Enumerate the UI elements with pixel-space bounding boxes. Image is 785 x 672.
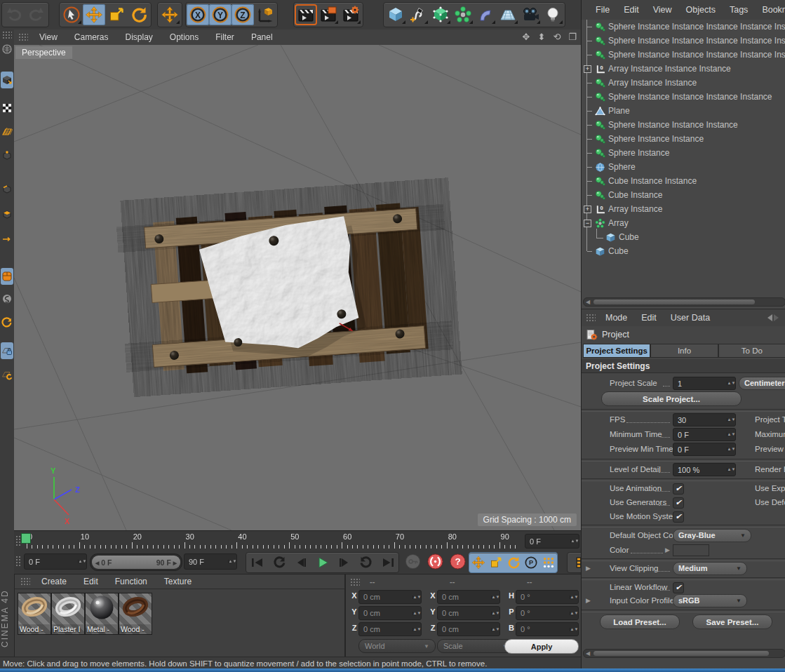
object-menu-objects[interactable]: Objects <box>679 5 723 15</box>
array-generator-icon[interactable] <box>452 4 474 25</box>
use-animation-checkbox[interactable]: ✔ <box>673 483 684 495</box>
key-parameter-icon[interactable]: P <box>522 554 539 572</box>
preview-range-slider[interactable]: ◂ 0 F90 F ▸ <box>90 553 182 571</box>
tab-todo[interactable]: To Do <box>718 344 785 358</box>
object-row-sphere-instance-9[interactable]: Sphere Instance <box>582 146 785 160</box>
default-object-color-dropdown[interactable]: Gray-Blue▼ <box>673 529 751 542</box>
position-z-field-2[interactable]: 0 cm▲▼ <box>358 622 422 636</box>
record-position-icon[interactable] <box>404 553 422 570</box>
free-move-tool-icon[interactable] <box>159 4 181 25</box>
tree-expand-toggle[interactable]: − <box>584 220 591 227</box>
perspective-viewport[interactable]: Y Z X Perspective Grid Spacing : 1000 cm <box>14 45 581 530</box>
attribute-object-row[interactable]: Project <box>582 326 785 343</box>
rotate-tool-icon[interactable] <box>128 4 150 25</box>
bend-deformer-icon[interactable] <box>474 4 497 25</box>
attribute-menu-mode[interactable]: Mode <box>598 313 634 323</box>
object-menu-tags[interactable]: Tags <box>723 5 755 15</box>
key-rotation-icon[interactable] <box>504 554 522 572</box>
object-row-cube-15[interactable]: Cube <box>582 230 785 244</box>
object-row-array-14[interactable]: −Array <box>582 216 785 230</box>
coordinate-mode-dropdown[interactable]: Scale▼ <box>437 639 514 653</box>
floor-object-icon[interactable] <box>497 4 519 25</box>
transport-frame-field[interactable]: 0 F▲▼ <box>24 553 87 570</box>
object-row-cube-instance-instance-11[interactable]: Cube Instance Instance <box>582 174 785 188</box>
viewport-menu-options[interactable]: Options <box>161 32 207 42</box>
viewport-menu-view[interactable]: View <box>31 32 66 42</box>
object-row-sphere-instance-instance-instance-7[interactable]: Sphere Instance Instance Instance <box>582 118 785 132</box>
viewport-select-icon[interactable] <box>1 268 13 285</box>
key-scale-icon[interactable] <box>487 554 504 572</box>
edges-mode-icon[interactable] <box>1 181 13 198</box>
subdivision-surface-icon[interactable] <box>429 4 452 25</box>
camera-object-icon[interactable] <box>519 4 542 25</box>
play-icon[interactable] <box>311 554 333 572</box>
next-key-icon[interactable] <box>355 554 377 572</box>
position-y-field-1[interactable]: 0 cm▲▼ <box>358 606 422 620</box>
use-generators-checkbox[interactable]: ✔ <box>673 497 684 509</box>
rotate-view-icon[interactable]: ⟲ <box>551 32 563 42</box>
object-menu-file[interactable]: File <box>589 5 617 15</box>
light-object-icon[interactable] <box>542 4 564 25</box>
object-row-plane-6[interactable]: Plane <box>582 104 785 118</box>
material-menu-function[interactable]: Function <box>107 577 156 586</box>
tab-project-settings[interactable]: Project Settings <box>583 344 650 358</box>
tree-expand-toggle[interactable]: + <box>584 206 591 213</box>
object-color-swatch[interactable] <box>673 544 709 556</box>
attribute-menu-edit[interactable]: Edit <box>634 313 664 323</box>
rotation-h-field-0[interactable]: 0 °▲▼ <box>516 590 579 604</box>
coordinate-system-icon[interactable] <box>254 4 276 25</box>
transport-grip[interactable] <box>15 556 21 567</box>
goto-end-icon[interactable] <box>377 554 398 572</box>
workplane-tool-icon[interactable] <box>1 366 13 383</box>
object-row-sphere-instance-instance-instance-instance-insta-1[interactable]: Sphere Instance Instance Instance Instan… <box>582 34 785 48</box>
rotation-p-field-1[interactable]: 0 °▲▼ <box>516 606 579 620</box>
object-row-sphere-instance-instance-instance-instance-insta-2[interactable]: Sphere Instance Instance Instance Instan… <box>582 48 785 62</box>
object-menu-edit[interactable]: Edit <box>617 5 646 15</box>
rotation-b-field-2[interactable]: 0 °▲▼ <box>516 622 579 636</box>
render-picture-viewer-icon[interactable] <box>317 4 340 25</box>
tree-expand-toggle[interactable]: + <box>584 65 591 73</box>
snap-settings-icon[interactable] <box>1 290 13 307</box>
render-view-icon[interactable] <box>295 4 317 25</box>
scale-tool-icon[interactable] <box>105 4 128 25</box>
goto-start-icon[interactable] <box>246 554 268 572</box>
load-preset-button[interactable]: Load Preset... <box>600 614 680 629</box>
object-row-sphere-10[interactable]: Sphere <box>582 160 785 174</box>
move-tool-icon[interactable] <box>83 4 105 25</box>
view-clipping-dropdown[interactable]: Medium▼ <box>673 562 747 575</box>
coordinate-grip[interactable] <box>350 578 360 586</box>
viewport-menu-filter[interactable]: Filter <box>207 32 243 42</box>
redo-icon[interactable] <box>25 4 48 25</box>
coordinate-space-dropdown[interactable]: World▼ <box>358 639 436 653</box>
project-scale-field[interactable]: 1▲▼ <box>673 377 736 390</box>
object-row-sphere-instance-instance-instance-instance-insta-0[interactable]: Sphere Instance Instance Instance Instan… <box>582 20 785 34</box>
zoom-view-icon[interactable]: ⬍ <box>536 32 547 42</box>
preview-min-time-field[interactable]: 0 F▲▼ <box>673 443 736 456</box>
cube-primitive-icon[interactable] <box>384 4 407 25</box>
object-menu-bookmarks[interactable]: Bookmarks <box>755 5 785 15</box>
timeline-grip[interactable] <box>15 535 21 546</box>
undo-icon[interactable] <box>3 4 25 25</box>
linear-workflow-checkbox[interactable]: ✔ <box>673 582 684 593</box>
scale-y-field-1[interactable]: 0 cm▲▼ <box>437 606 500 620</box>
level-of-detail-field[interactable]: 100 %▲▼ <box>673 463 736 476</box>
material-menu-grip[interactable] <box>20 577 30 586</box>
input-color-profile-dropdown[interactable]: sRGB▼ <box>673 594 747 607</box>
object-row-array-instance-instance-instance-3[interactable]: +0Array Instance Instance Instance <box>582 62 785 76</box>
material-menu-create[interactable]: Create <box>33 577 75 586</box>
workplane-mode-icon[interactable] <box>1 123 13 140</box>
texture-mode-icon[interactable] <box>1 100 13 116</box>
color-expand-arrow[interactable]: ▶ <box>665 546 670 553</box>
use-motion-system-checkbox[interactable]: ✔ <box>673 511 684 523</box>
z-axis-lock-icon[interactable]: Z <box>232 4 254 25</box>
help-icon[interactable]: ? <box>449 553 467 570</box>
material-plaster-i-1[interactable]: Plaster I <box>51 593 85 635</box>
material-menu-texture[interactable]: Texture <box>156 577 200 586</box>
object-row-cube-instance-12[interactable]: Cube Instance <box>582 188 785 202</box>
left-toolbar-grip[interactable] <box>2 31 12 39</box>
object-row-sphere-instance-instance-instance-instance-5[interactable]: Sphere Instance Instance Instance Instan… <box>582 90 785 104</box>
viewport-menubar-grip[interactable] <box>18 33 28 41</box>
workplane-lock-icon[interactable] <box>1 342 13 359</box>
viewport-menu-cameras[interactable]: Cameras <box>66 32 117 42</box>
attribute-manager-grip[interactable] <box>586 314 596 322</box>
